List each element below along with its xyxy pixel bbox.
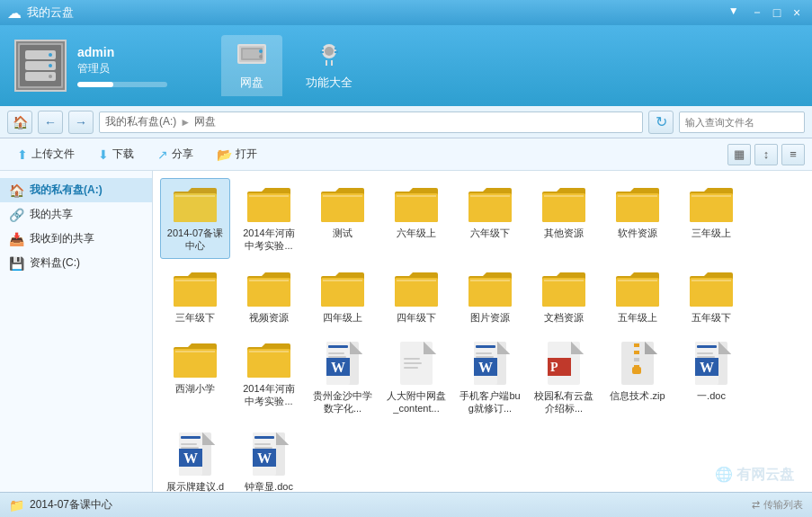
home-disk-icon: 🏠 xyxy=(9,183,24,198)
forward-button[interactable]: → xyxy=(68,111,94,134)
download-button[interactable]: ⬇ 下载 xyxy=(88,142,144,166)
folder-item-f10[interactable]: 视频资源 xyxy=(234,263,304,330)
statusbar: 📁 2014-07备课中心 ⇄ 传输列表 xyxy=(0,492,812,517)
folder-item-f11[interactable]: 四年级上 xyxy=(308,263,378,330)
file-grid: 2014-07备课中心 2014年河南中考实验... 测试 六年级上 xyxy=(160,178,805,492)
folder-icon xyxy=(172,184,219,224)
svg-rect-81 xyxy=(181,436,201,439)
svg-rect-31 xyxy=(328,356,346,358)
open-icon: 📂 xyxy=(217,147,232,162)
refresh-button[interactable]: ↻ xyxy=(648,111,674,134)
upload-button[interactable]: ⬆ 上传文件 xyxy=(7,142,85,166)
user-info: admin 管理员 xyxy=(77,45,167,87)
folder-item-f13[interactable]: 图片资源 xyxy=(455,263,525,330)
folder-name: 测试 xyxy=(333,227,352,239)
file-item-d2[interactable]: 人大附中网盘_content... xyxy=(381,334,451,422)
open-label: 打开 xyxy=(236,147,257,162)
folder-icon xyxy=(172,340,219,379)
tab-features-label: 功能大全 xyxy=(306,75,352,91)
folder-icon xyxy=(393,269,440,308)
download-icon: ⬇ xyxy=(98,147,109,162)
sidebar-label-my-share: 我的共享 xyxy=(30,207,73,222)
svg-rect-37 xyxy=(404,358,420,360)
grid-view-button[interactable]: ▦ xyxy=(727,144,751,165)
file-type-icon: P xyxy=(544,340,584,387)
file-area: 2014-07备课中心 2014年河南中考实验... 测试 六年级上 xyxy=(153,171,812,492)
sidebar-label-my-disk: 我的私有盘(A:) xyxy=(30,183,103,198)
share-label: 分享 xyxy=(172,147,193,162)
folder-name: 三年级下 xyxy=(175,311,215,324)
file-name: 钟章显.doc xyxy=(245,480,293,492)
address-path: 我的私有盘(A:) ► 网盘 xyxy=(99,111,643,133)
file-item-d7[interactable]: W 展示牌建议.doc xyxy=(160,424,230,492)
sort-button[interactable]: ↕ xyxy=(754,144,778,165)
svg-rect-59 xyxy=(634,343,639,347)
share-button[interactable]: ↗ 分享 xyxy=(147,142,203,166)
folder-item-f6[interactable]: 其他资源 xyxy=(529,178,599,259)
search-box: 🔍 xyxy=(679,111,805,133)
grid-view-icon: ▦ xyxy=(734,147,745,161)
folder-item-f8[interactable]: 三年级上 xyxy=(676,178,746,259)
tab-features[interactable]: 功能大全 xyxy=(291,35,367,96)
back-button[interactable]: ← xyxy=(38,111,63,134)
folder-item-f17[interactable]: 西湖小学 xyxy=(160,334,230,422)
home-button[interactable]: 🏠 xyxy=(7,111,32,134)
minimize-button[interactable]: － xyxy=(749,4,765,21)
folder-item-f9[interactable]: 三年级下 xyxy=(160,263,230,330)
sidebar-item-resource-disk[interactable]: 💾 资料盘(C:) xyxy=(0,251,152,275)
folder-item-f7[interactable]: 软件资源 xyxy=(602,178,673,259)
status-folder-icon: 📁 xyxy=(9,498,24,513)
download-label: 下载 xyxy=(112,147,134,162)
folder-item-f2[interactable]: 2014年河南中考实验... xyxy=(234,178,304,259)
file-item-d3[interactable]: W 手机客户端bug就修订... xyxy=(455,334,525,422)
folder-name: 六年级下 xyxy=(470,227,510,239)
svg-rect-17 xyxy=(326,60,327,66)
svg-point-14 xyxy=(259,55,263,58)
maximize-button[interactable]: □ xyxy=(769,4,785,21)
folder-name: 三年级上 xyxy=(692,227,731,239)
sidebar-label-resource-disk: 资料盘(C:) xyxy=(30,255,80,271)
folder-name: 四年级上 xyxy=(323,311,362,324)
sidebar-item-received-share[interactable]: 📥 我收到的共享 xyxy=(0,227,152,251)
svg-rect-47 xyxy=(476,352,492,354)
folder-item-f14[interactable]: 文档资源 xyxy=(529,263,599,330)
folder-item-f18[interactable]: 2014年河南中考实验... xyxy=(234,334,304,422)
folder-item-f3[interactable]: 测试 xyxy=(308,178,378,259)
folder-item-f1[interactable]: 2014-07备课中心 xyxy=(160,178,230,259)
features-icon xyxy=(313,40,345,73)
file-item-d1[interactable]: W 贵州金沙中学数字化... xyxy=(308,334,378,422)
file-item-d5[interactable]: 信息技术.zip xyxy=(602,334,673,422)
file-name: 贵州金沙中学数字化... xyxy=(312,389,373,415)
folder-name: 软件资源 xyxy=(618,227,657,239)
sidebar-item-my-disk[interactable]: 🏠 我的私有盘(A:) xyxy=(0,178,152,202)
folder-name: 五年级下 xyxy=(692,311,731,324)
nav-tabs: 网盘 功能大全 xyxy=(221,35,367,96)
open-button[interactable]: 📂 打开 xyxy=(207,142,267,166)
sort-icon: ↕ xyxy=(763,147,770,161)
tab-netdisk[interactable]: 网盘 xyxy=(221,35,282,96)
user-progress-bar xyxy=(77,82,113,87)
file-item-d6[interactable]: W 一.doc xyxy=(676,334,746,422)
file-item-d8[interactable]: W 钟章显.doc xyxy=(234,424,304,492)
svg-rect-38 xyxy=(404,362,422,364)
search-input[interactable] xyxy=(680,117,805,128)
folder-icon xyxy=(614,269,661,308)
folder-item-f15[interactable]: 五年级上 xyxy=(602,263,673,330)
folder-icon xyxy=(172,269,219,308)
folder-item-f5[interactable]: 六年级下 xyxy=(455,178,525,259)
upload-label: 上传文件 xyxy=(31,147,75,162)
window-settings-icon[interactable]: ▼ xyxy=(728,4,739,21)
sidebar-item-my-share[interactable]: 🔗 我的共享 xyxy=(0,202,152,227)
folder-icon xyxy=(467,269,513,308)
folder-icon xyxy=(540,269,587,308)
file-name: 信息技术.zip xyxy=(610,389,665,402)
file-item-d4[interactable]: P 校园私有云盘介绍标... xyxy=(529,334,599,422)
folder-item-f16[interactable]: 五年级下 xyxy=(676,263,746,330)
list-view-button[interactable]: ≡ xyxy=(781,144,805,165)
toolbar-right: ▦ ↕ ≡ xyxy=(727,144,805,165)
folder-item-f4[interactable]: 六年级上 xyxy=(381,178,451,259)
netdisk-icon xyxy=(236,40,268,73)
folder-item-f12[interactable]: 四年级下 xyxy=(381,263,451,330)
transfer-icon: ⇄ xyxy=(752,499,760,511)
close-button[interactable]: × xyxy=(789,4,805,21)
